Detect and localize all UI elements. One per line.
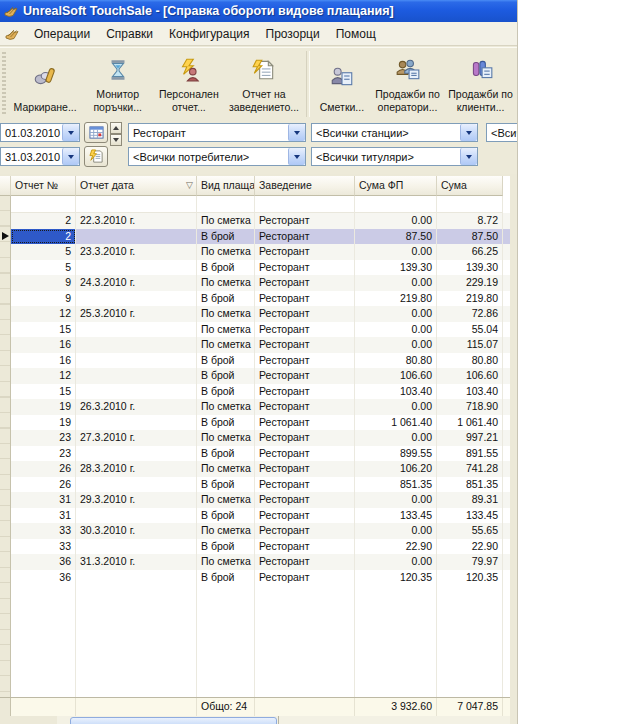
table-cell[interactable]: В брой	[197, 229, 255, 245]
column-header-report-no[interactable]: Отчет №	[11, 176, 76, 196]
chevron-down-icon[interactable]	[288, 124, 305, 141]
sales-by-clients-button[interactable]: Продажби по клиенти...	[444, 48, 517, 118]
table-cell[interactable]: 66.25	[437, 244, 503, 260]
menu-configuration[interactable]: Конфигурация	[161, 25, 258, 43]
table-cell[interactable]	[76, 415, 197, 431]
table-cell[interactable]: Ресторант	[255, 260, 355, 276]
table-cell[interactable]: 25.3.2010 г.	[76, 306, 197, 322]
table-row[interactable]: 5В бройРесторант139.30139.30	[11, 260, 510, 276]
table-cell[interactable]: 741.28	[437, 461, 503, 477]
table-cell[interactable]: В брой	[197, 291, 255, 307]
table-row[interactable]: 1926.3.2010 г.По сметкаРесторант0.00718.…	[11, 399, 510, 415]
table-cell[interactable]	[76, 539, 197, 555]
table-cell[interactable]: 0.00	[355, 430, 437, 446]
table-cell[interactable]: Ресторант	[255, 213, 355, 229]
table-cell[interactable]: 9	[11, 291, 76, 307]
calendar-button[interactable]	[84, 122, 108, 143]
table-row[interactable]: 33В бройРесторант22.9022.90	[11, 539, 510, 555]
table-cell[interactable]: 26	[11, 477, 76, 493]
table-cell[interactable]: 33	[11, 539, 76, 555]
table-cell[interactable]: 30.3.2010 г.	[76, 523, 197, 539]
table-cell[interactable]: 139.30	[437, 260, 503, 276]
table-cell[interactable]: В брой	[197, 415, 255, 431]
table-cell[interactable]	[76, 337, 197, 353]
table-row[interactable]: 3631.3.2010 г.По сметкаРесторант0.0079.9…	[11, 554, 510, 570]
table-row[interactable]: 222.3.2010 г.По сметкаРесторант0.008.72	[11, 213, 510, 229]
menu-windows[interactable]: Прозорци	[258, 25, 328, 43]
table-cell[interactable]: 133.45	[437, 508, 503, 524]
table-cell[interactable]: 899.55	[355, 446, 437, 462]
chevron-down-icon[interactable]	[62, 148, 79, 165]
table-cell[interactable]: 22.90	[355, 539, 437, 555]
menu-operations[interactable]: Операции	[26, 25, 98, 43]
table-cell[interactable]: 15	[11, 384, 76, 400]
chevron-down-icon[interactable]	[288, 148, 305, 165]
table-cell[interactable]: 0.00	[355, 322, 437, 338]
table-cell[interactable]: 24.3.2010 г.	[76, 275, 197, 291]
table-cell[interactable]: 5	[11, 244, 76, 260]
table-cell[interactable]: 89.31	[437, 492, 503, 508]
table-cell[interactable]: 106.60	[437, 368, 503, 384]
users-select[interactable]: <Всички потребители>	[128, 147, 306, 166]
table-cell[interactable]	[76, 570, 197, 586]
table-cell[interactable]: 0.00	[355, 244, 437, 260]
spin-up-icon[interactable]	[110, 122, 122, 134]
column-header-report-date[interactable]: Отчет дата ▽	[76, 176, 197, 196]
menu-reports[interactable]: Справки	[98, 25, 161, 43]
table-cell[interactable]: 28.3.2010 г.	[76, 461, 197, 477]
table-cell[interactable]: 115.07	[437, 337, 503, 353]
table-cell[interactable]	[76, 508, 197, 524]
table-cell[interactable]	[76, 229, 197, 245]
table-cell[interactable]: 219.80	[355, 291, 437, 307]
table-cell[interactable]: 19	[11, 399, 76, 415]
table-cell[interactable]	[76, 322, 197, 338]
table-cell[interactable]: По сметка	[197, 492, 255, 508]
table-row[interactable]: 31В бройРесторант133.45133.45	[11, 508, 510, 524]
table-cell[interactable]: Ресторант	[255, 244, 355, 260]
table-cell[interactable]: По сметка	[197, 244, 255, 260]
table-cell[interactable]: Ресторант	[255, 353, 355, 369]
date-to-field[interactable]: 31.03.2010	[0, 147, 80, 166]
table-cell[interactable]: По сметка	[197, 337, 255, 353]
table-cell[interactable]: По сметка	[197, 322, 255, 338]
table-cell[interactable]: 29.3.2010 г.	[76, 492, 197, 508]
table-cell[interactable]: Ресторант	[255, 477, 355, 493]
order-monitor-button[interactable]: Монитор поръчки...	[83, 48, 153, 118]
table-cell[interactable]: В брой	[197, 353, 255, 369]
table-cell[interactable]: 80.80	[355, 353, 437, 369]
table-cell[interactable]: По сметка	[197, 554, 255, 570]
table-cell[interactable]: 22.90	[437, 539, 503, 555]
table-cell[interactable]	[76, 446, 197, 462]
table-cell[interactable]	[76, 291, 197, 307]
table-cell[interactable]: Ресторант	[255, 399, 355, 415]
table-cell[interactable]: 33	[11, 523, 76, 539]
column-header-payment-type[interactable]: Вид плащане	[197, 176, 255, 196]
table-cell[interactable]: 120.35	[437, 570, 503, 586]
table-row[interactable]: 15По сметкаРесторант0.0055.04	[11, 322, 510, 338]
table-cell[interactable]: По сметка	[197, 306, 255, 322]
table-cell[interactable]: В брой	[197, 570, 255, 586]
table-cell[interactable]: 103.40	[437, 384, 503, 400]
clipped-right-select[interactable]: <Всички	[486, 123, 518, 142]
table-cell[interactable]: По сметка	[197, 523, 255, 539]
table-row[interactable]: 3129.3.2010 г.По сметкаРесторант0.0089.3…	[11, 492, 510, 508]
table-cell[interactable]: 15	[11, 322, 76, 338]
table-cell[interactable]: 219.80	[437, 291, 503, 307]
sales-by-operators-button[interactable]: Продажби по оператори...	[371, 48, 444, 118]
table-cell[interactable]: 31.3.2010 г.	[76, 554, 197, 570]
table-row[interactable]: 2628.3.2010 г.По сметкаРесторант106.2074…	[11, 461, 510, 477]
table-cell[interactable]: Ресторант	[255, 461, 355, 477]
table-cell[interactable]: 851.35	[437, 477, 503, 493]
table-cell[interactable]: 23.3.2010 г.	[76, 244, 197, 260]
table-row[interactable]: 12В бройРесторант106.60106.60	[11, 368, 510, 384]
table-cell[interactable]: 79.97	[437, 554, 503, 570]
column-header-venue[interactable]: Заведение	[255, 176, 355, 196]
table-cell[interactable]: В брой	[197, 508, 255, 524]
table-cell[interactable]: По сметка	[197, 430, 255, 446]
table-cell[interactable]: В брой	[197, 446, 255, 462]
table-cell[interactable]: 106.20	[355, 461, 437, 477]
table-cell[interactable]: Ресторант	[255, 275, 355, 291]
table-cell[interactable]: 997.21	[437, 430, 503, 446]
table-cell[interactable]: Ресторант	[255, 306, 355, 322]
table-row[interactable]: 924.3.2010 г.По сметкаРесторант0.00229.1…	[11, 275, 510, 291]
